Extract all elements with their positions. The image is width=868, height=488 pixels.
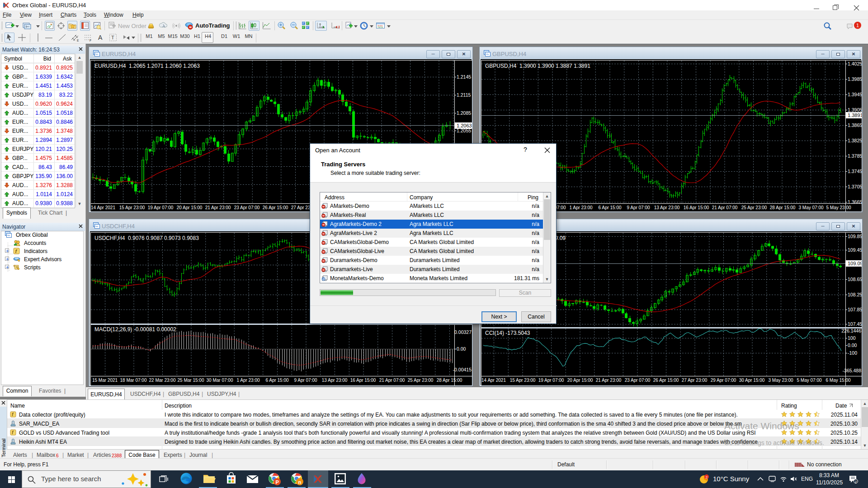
svg-text:1.2085: 1.2085 (457, 110, 471, 116)
svg-text:1.3705: 1.3705 (848, 184, 862, 189)
svg-text:19 Apr 07:00: 19 Apr 07:00 (148, 205, 174, 210)
svg-text:0.00327: 0.00327 (454, 329, 472, 335)
svg-text:1.3985: 1.3985 (848, 76, 862, 82)
svg-text:3 May 23:00: 3 May 23:00 (768, 378, 793, 383)
svg-text:226.1446: 226.1446 (841, 328, 861, 333)
svg-text:15 Mar 2021: 15 Mar 2021 (92, 378, 118, 383)
svg-text:26 Apr 15:00: 26 Apr 15:00 (653, 378, 679, 383)
svg-text:-100: -100 (848, 350, 857, 356)
svg-text:27 Apr 23:00: 27 Apr 23:00 (682, 378, 708, 383)
svg-text:109.45: 109.45 (848, 247, 862, 253)
svg-text:2: 2 (855, 480, 857, 484)
svg-text:1 Apr 23:00: 1 Apr 23:00 (236, 378, 260, 383)
svg-text:108.25: 108.25 (848, 292, 862, 297)
svg-text:29 Apr 07:00: 29 Apr 07:00 (711, 378, 736, 383)
svg-text:EURUSD,H4 1.2065 1.2071 1.206: EURUSD,H4 1.2065 1.2071 1.2060 1.2063 (94, 63, 200, 69)
svg-text:21 Apr 23:00: 21 Apr 23:00 (205, 205, 231, 210)
svg-text:107.45: 107.45 (848, 321, 862, 327)
svg-text:5 May 23:00: 5 May 23:00 (826, 205, 851, 210)
svg-text:1 Apr 23:00: 1 Apr 23:00 (569, 205, 593, 210)
svg-text:13 Apr 23:00: 13 Apr 23:00 (654, 205, 680, 210)
svg-text:E: E (77, 39, 79, 42)
svg-text:109.85: 109.85 (848, 234, 862, 239)
svg-text:1.3745: 1.3745 (848, 169, 862, 174)
svg-text:2: 2 (706, 475, 708, 479)
svg-text:P: P (276, 479, 279, 485)
svg-text:15 Apr 23:00: 15 Apr 23:00 (119, 205, 145, 210)
svg-text:1.3905: 1.3905 (848, 107, 862, 113)
svg-text:28 Apr 15:00: 28 Apr 15:00 (770, 205, 796, 210)
svg-text:USDCHF,H4 0.9076 0.9087 0.907: USDCHF,H4 0.9076 0.9087 0.9073 0.9083 (94, 235, 199, 241)
svg-text:MACD(12,26,9) -0.00081 0.00002: MACD(12,26,9) -0.00081 0.00002 (94, 326, 176, 333)
svg-text:23 Apr 07:00: 23 Apr 07:00 (625, 378, 651, 383)
svg-text:19 Apr 07:00: 19 Apr 07:00 (538, 378, 564, 383)
svg-text:25 Mar 15:00: 25 Mar 15:00 (178, 378, 204, 383)
svg-text:16 Apr 15:00: 16 Apr 15:00 (684, 205, 709, 210)
svg-text:1.2063: 1.2063 (457, 123, 472, 128)
svg-text:14 Apr 2021: 14 Apr 2021 (481, 378, 506, 383)
svg-text:3 May 07:00: 3 May 07:00 (798, 205, 823, 210)
svg-text:18 Mar 07:00: 18 Mar 07:00 (120, 378, 147, 383)
svg-text:6 May 15:00: 6 May 15:00 (826, 378, 850, 383)
svg-text:21 Apr 23:00: 21 Apr 23:00 (596, 378, 622, 383)
svg-text:1.3825: 1.3825 (848, 138, 862, 143)
svg-text:9 Apr 07:00: 9 Apr 07:00 (294, 378, 317, 383)
svg-text:1.3945: 1.3945 (848, 92, 862, 97)
svg-text:6 Apr 15:00: 6 Apr 15:00 (598, 205, 622, 210)
svg-text:9 Apr 07:00: 9 Apr 07:00 (627, 205, 650, 210)
svg-text:1.3865: 1.3865 (848, 122, 862, 128)
svg-text:F: F (90, 39, 91, 42)
svg-text:6 Apr 15:00: 6 Apr 15:00 (265, 378, 289, 383)
svg-text:15 Apr 23:00: 15 Apr 23:00 (510, 378, 536, 383)
svg-text:100: 100 (848, 335, 856, 341)
svg-text:20 Apr 15:00: 20 Apr 15:00 (177, 205, 203, 210)
svg-text:5 May 07:00: 5 May 07:00 (797, 378, 821, 383)
svg-text:22 Mar 23:00: 22 Mar 23:00 (149, 378, 176, 383)
svg-text:109.09: 109.09 (848, 261, 862, 266)
svg-text:21 Apr 07:00: 21 Apr 07:00 (712, 205, 738, 210)
svg-text:-0.00415: -0.00415 (453, 367, 472, 372)
svg-text:14 Apr 2021: 14 Apr 2021 (91, 205, 115, 210)
svg-text:T: T (111, 35, 114, 40)
svg-text:0.00: 0.00 (457, 346, 466, 352)
svg-text:25 Apr 23:00: 25 Apr 23:00 (741, 205, 767, 210)
svg-text:108.65: 108.65 (848, 277, 862, 282)
svg-text:1.3891: 1.3891 (848, 113, 862, 118)
svg-text:CCI(14) -173.5043: CCI(14) -173.5043 (485, 330, 530, 336)
svg-text:1.2115: 1.2115 (457, 92, 471, 98)
svg-text:1.2145: 1.2145 (457, 74, 471, 80)
svg-text:13 Apr 23:00: 13 Apr 23:00 (322, 378, 348, 383)
svg-text:20 Apr 15:00: 20 Apr 15:00 (567, 378, 593, 383)
svg-text:23 Apr 07:00: 23 Apr 07:00 (234, 205, 260, 210)
svg-text:0.00: 0.00 (848, 343, 857, 348)
svg-text:1.3785: 1.3785 (848, 153, 862, 159)
svg-text:-365.488: -365.488 (843, 368, 862, 373)
svg-text:107.85: 107.85 (848, 307, 862, 312)
svg-text:30 Apr 15:00: 30 Apr 15:00 (739, 378, 765, 383)
svg-text:16 Apr 15:00: 16 Apr 15:00 (350, 378, 376, 383)
svg-text:n: n (298, 479, 302, 485)
svg-text:25 Apr 23:00: 25 Apr 23:00 (408, 378, 434, 383)
svg-text:GBPUSD,H4 1.3900 1.3900 1.388: GBPUSD,H4 1.3900 1.3900 1.3887 1.3891 (485, 63, 590, 69)
svg-text:28 Apr 15:00: 28 Apr 15:00 (437, 378, 462, 383)
svg-text:1.4025: 1.4025 (848, 61, 862, 66)
svg-text:26 Apr 15:00: 26 Apr 15:00 (263, 205, 288, 210)
svg-text:30 Mar 07:00: 30 Mar 07:00 (207, 378, 233, 383)
svg-text:21 Apr 07:00: 21 Apr 07:00 (379, 378, 405, 383)
svg-text:1.3665: 1.3665 (848, 199, 862, 205)
